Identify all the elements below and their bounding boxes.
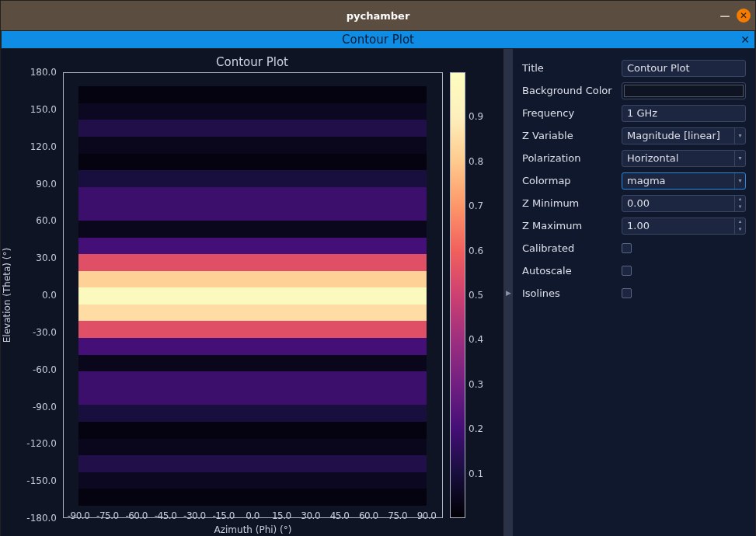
y-tick: 150.0: [30, 104, 57, 115]
window-title: pychamber: [347, 10, 410, 22]
x-tick: 30.0: [301, 510, 320, 521]
spin-up-icon[interactable]: ▴: [735, 218, 745, 226]
heatmap-row: [78, 238, 427, 255]
heatmap-row: [78, 187, 427, 204]
y-tick: 90.0: [36, 179, 57, 190]
colorbar-tick: 0.5: [469, 290, 483, 301]
colorbar-tick: 0.9: [469, 111, 483, 122]
heatmap-row: [78, 338, 427, 355]
heatmap-row: [78, 455, 427, 472]
collapse-arrow-icon: ▶: [506, 289, 511, 297]
tab-bar: Contour Plot ✕: [1, 30, 755, 49]
polarization-label: Polarization: [522, 152, 622, 164]
colorbar-tick: 0.3: [469, 379, 483, 390]
x-axis-label: Azimuth (Phi) (°): [63, 524, 443, 535]
x-tick: 45.0: [330, 510, 350, 521]
y-tick: -150.0: [26, 475, 57, 486]
spin-down-icon[interactable]: ▾: [735, 226, 745, 234]
y-tick: 120.0: [30, 141, 57, 152]
y-tick: -60.0: [33, 364, 57, 375]
x-axis: -90.0-75.0-60.0-45.0-30.0-15.00.015.030.…: [63, 507, 443, 536]
y-tick: -120.0: [26, 438, 57, 449]
isolines-checkbox[interactable]: [622, 288, 632, 298]
bgcolor-label: Background Color: [522, 85, 622, 96]
colorbar-ticks: 0.10.20.30.40.50.60.70.80.9: [469, 72, 500, 518]
y-tick: 30.0: [36, 252, 57, 263]
colorbar-tick: 0.8: [469, 156, 483, 167]
zvar-label: Z Variable: [522, 130, 622, 141]
plot-title: Contour Plot: [1, 49, 503, 69]
heatmap-row: [78, 388, 427, 405]
window-titlebar: pychamber — ✕: [1, 1, 755, 30]
heatmap[interactable]: [78, 86, 427, 506]
title-input[interactable]: Contour Plot: [622, 60, 746, 77]
heatmap-row: [78, 321, 427, 338]
calibrated-label: Calibrated: [522, 242, 622, 254]
heatmap-row: [78, 154, 427, 171]
chevron-down-icon: ▾: [734, 128, 745, 144]
heatmap-row: [78, 287, 427, 305]
colorbar-tick: 0.2: [469, 423, 483, 434]
zmin-spinbox[interactable]: 0.00 ▴ ▾: [622, 195, 746, 212]
tab-title: Contour Plot: [342, 33, 414, 47]
zmax-spinbox[interactable]: 1.00 ▴ ▾: [622, 218, 746, 235]
zvar-select[interactable]: Magnitude [linear] ▾: [622, 127, 746, 144]
x-tick: 75.0: [388, 510, 407, 521]
autoscale-checkbox[interactable]: [622, 266, 632, 276]
heatmap-row: [78, 472, 427, 489]
heatmap-row: [78, 271, 427, 288]
frequency-input[interactable]: 1 GHz: [622, 105, 746, 122]
y-tick: 60.0: [36, 215, 57, 226]
spin-down-icon[interactable]: ▾: [735, 204, 745, 211]
heatmap-row: [78, 439, 427, 456]
heatmap-row: [78, 422, 427, 439]
title-label: Title: [522, 62, 622, 74]
chevron-down-icon: ▾: [734, 151, 745, 166]
x-tick: 15.0: [272, 510, 291, 521]
y-axis: -180.0-150.0-120.0-90.0-60.0-30.00.030.0…: [1, 72, 60, 518]
colormap-label: Colormap: [522, 175, 622, 186]
x-tick: -45.0: [155, 510, 177, 521]
pane-divider[interactable]: ▶: [504, 49, 513, 536]
heatmap-row: [78, 305, 427, 322]
colorbar-tick: 0.7: [469, 200, 483, 211]
y-tick: -180.0: [26, 513, 57, 524]
app-window: pychamber — ✕ Contour Plot ✕ Contour Plo…: [0, 0, 756, 536]
heatmap-row: [78, 204, 427, 221]
y-tick: 0.0: [42, 290, 57, 301]
autoscale-label: Autoscale: [522, 265, 622, 277]
x-tick: -60.0: [125, 510, 148, 521]
spin-up-icon[interactable]: ▴: [735, 196, 745, 204]
minimize-button[interactable]: —: [718, 9, 732, 23]
plot-pane: Contour Plot Elevation (Theta) (°) -180.…: [1, 49, 504, 536]
y-tick: -90.0: [33, 402, 57, 412]
heatmap-row: [78, 86, 427, 103]
x-tick: -30.0: [183, 510, 206, 521]
x-tick: 60.0: [359, 510, 378, 521]
colorbar-tick: 0.1: [469, 468, 483, 479]
x-tick: -15.0: [212, 510, 235, 521]
zmin-label: Z Minimum: [522, 197, 622, 209]
bgcolor-picker[interactable]: [622, 82, 746, 99]
tab-close-icon[interactable]: ✕: [740, 33, 750, 46]
heatmap-row: [78, 170, 427, 187]
frequency-label: Frequency: [522, 107, 622, 119]
heatmap-row: [78, 120, 427, 137]
close-button[interactable]: ✕: [737, 9, 751, 23]
x-tick: -90.0: [68, 510, 90, 521]
colormap-select[interactable]: magma ▾: [622, 172, 746, 190]
y-tick: -30.0: [33, 327, 57, 338]
calibrated-checkbox[interactable]: [622, 243, 632, 253]
colorbar-tick: 0.6: [469, 245, 483, 256]
colorbar: [450, 72, 465, 518]
heatmap-row: [78, 355, 427, 372]
heatmap-row: [78, 254, 427, 271]
heatmap-row: [78, 103, 427, 120]
polarization-select[interactable]: Horizontal ▾: [622, 150, 746, 167]
heatmap-row: [78, 371, 427, 388]
x-tick: 0.0: [246, 510, 260, 521]
isolines-label: Isolines: [522, 287, 622, 299]
heatmap-row: [78, 405, 427, 422]
heatmap-row: [78, 221, 427, 238]
x-tick: -75.0: [96, 510, 119, 521]
